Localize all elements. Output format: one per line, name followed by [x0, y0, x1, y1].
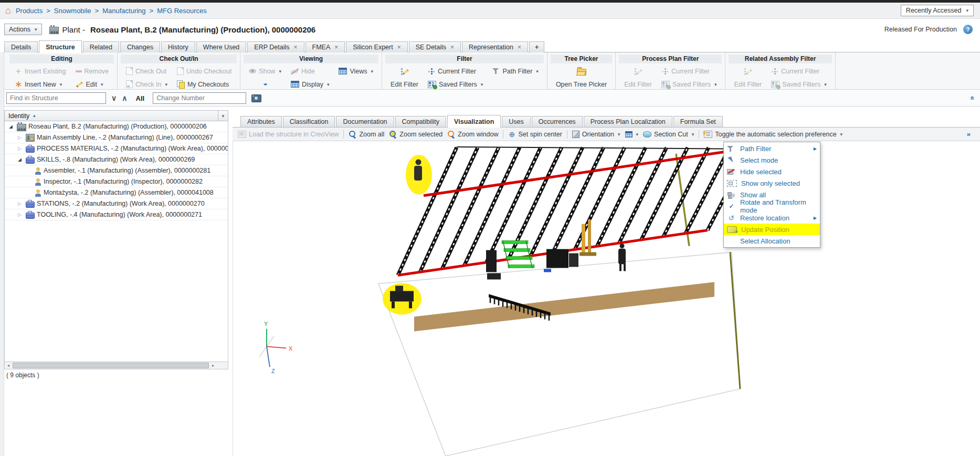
zoom-window-button[interactable]: Zoom window: [447, 130, 498, 138]
set-spin-center-button[interactable]: ⊕Set spin center: [508, 131, 562, 138]
detail-tab-classification[interactable]: Classification: [283, 116, 335, 127]
edit-button[interactable]: Edit▾: [76, 79, 109, 89]
menu-item-path-filter[interactable]: Path Filter▶: [724, 143, 820, 154]
menu-item-select-allocation[interactable]: Select Allocation: [724, 235, 820, 247]
close-icon[interactable]: ×: [334, 44, 338, 51]
zoom-selected-button[interactable]: Zoom selected: [389, 130, 442, 138]
expand-toggle-icon[interactable]: ◢: [7, 124, 15, 129]
tab-representation[interactable]: Representation×: [462, 41, 528, 52]
tab-where-used[interactable]: Where Used: [196, 41, 246, 52]
detail-tab-occurrences[interactable]: Occurrences: [532, 116, 583, 127]
tree-row-stations[interactable]: ▷STATIONS, -.2 (Manufacturing) (Work Are…: [5, 198, 228, 209]
tree-row-roseau-plant[interactable]: ◢Roseau Plant, B.2 (Manufacturing) (Prod…: [5, 121, 228, 132]
saved-filters-button[interactable]: Saved Filters▾: [428, 79, 483, 89]
expand-toggle-icon[interactable]: ▷: [16, 213, 24, 217]
open-tree-picker-button[interactable]: Open Tree Picker: [556, 79, 607, 89]
expand-toggle-icon[interactable]: ◢: [16, 157, 24, 162]
collapse-pane-icon[interactable]: »: [967, 96, 976, 100]
menu-item-show-only-selected[interactable]: Show only selected: [724, 177, 820, 189]
show-all-icon: [727, 192, 736, 198]
tab-details[interactable]: Details: [4, 41, 38, 52]
tab-history[interactable]: History: [161, 41, 195, 52]
tab-label: Visualization: [454, 118, 494, 125]
detail-tab-uses[interactable]: Uses: [502, 116, 530, 127]
toolbar-overflow-button[interactable]: »: [967, 130, 975, 138]
detail-tab-compatibility[interactable]: Compatibility: [395, 116, 447, 127]
detail-tab-documentation[interactable]: Documentation: [336, 116, 394, 127]
breadcrumb-item-manufacturing[interactable]: Manufacturing: [102, 7, 145, 15]
hsplit-button[interactable]: ◂▸: [249, 79, 281, 89]
expand-toggle-icon[interactable]: ▷: [16, 135, 24, 140]
find-previous-icon[interactable]: ∧: [122, 94, 127, 102]
folder-open-button[interactable]: [556, 66, 607, 76]
tab-fmea[interactable]: FMEA×: [305, 41, 345, 52]
my-checkouts-button[interactable]: My Checkouts: [177, 79, 231, 89]
tab-se-details[interactable]: SE Details×: [409, 41, 461, 52]
tree-row-tooling[interactable]: ▷TOOLING, -.4 (Manufacturing) (Work Area…: [5, 209, 228, 220]
orientation-button[interactable]: Orientation▾: [572, 131, 620, 138]
change-number-input[interactable]: [153, 92, 246, 104]
close-icon[interactable]: ×: [294, 44, 298, 51]
submenu-arrow-icon: ▶: [814, 146, 817, 151]
close-icon[interactable]: ×: [397, 44, 401, 51]
tab-label: History: [168, 44, 188, 51]
breadcrumb-item-snowmobile[interactable]: Snowmobile: [54, 7, 91, 15]
tree-row-skills[interactable]: ◢SKILLS, -.8 (Manufacturing) (Work Area)…: [5, 154, 228, 165]
change-report-icon[interactable]: [251, 94, 261, 102]
3d-viewport[interactable]: Y X Z: [233, 141, 980, 456]
filter-edit-button[interactable]: [391, 66, 418, 76]
detail-tab-attributes[interactable]: Attributes: [240, 116, 282, 127]
scrollbar-thumb[interactable]: [13, 363, 209, 368]
breadcrumb-item-products[interactable]: Products: [16, 7, 43, 15]
section-cut-button[interactable]: Section Cut▾: [643, 131, 694, 138]
toggle-the-automatic-selection-preference-button[interactable]: Toggle the automatic selection preferenc…: [704, 131, 842, 138]
actions-button[interactable]: Actions ▾: [4, 24, 42, 35]
tab-silicon-expert[interactable]: Silicon Expert×: [346, 41, 407, 52]
tree-row-main-assembly-line[interactable]: ▷Main Assembly Line, -.2 (Manufacturing)…: [5, 132, 228, 143]
tree-row-inspector[interactable]: Inspector, -.1 (Manufacturing) (Inspecto…: [5, 176, 228, 187]
actions-label: Actions: [9, 26, 30, 33]
views-button[interactable]: Views▾: [339, 66, 373, 76]
breadcrumb-item-mfg-resources[interactable]: MFG Resources: [157, 7, 207, 15]
current-filter-button[interactable]: Current Filter: [428, 66, 483, 76]
help-icon[interactable]: ?: [963, 25, 973, 34]
menu-item-restore-location[interactable]: ↺Restore location▶: [724, 212, 820, 224]
expand-toggle-icon[interactable]: ▷: [16, 146, 24, 151]
tree-column-header[interactable]: Identity ▲ ▾: [4, 110, 228, 121]
path-filter-button[interactable]: Path Filter▾: [492, 66, 539, 76]
find-next-icon[interactable]: ∨: [111, 94, 117, 102]
menu-item-select-mode[interactable]: Select mode: [724, 154, 820, 166]
tab-related[interactable]: Related: [83, 41, 119, 52]
detail-tab-process-plan-localization[interactable]: Process Plan Localization: [584, 116, 672, 127]
display-button[interactable]: Display▾: [291, 79, 330, 89]
scroll-right-icon[interactable]: ▸: [209, 363, 217, 368]
tab-erp-details[interactable]: ERP Details×: [247, 41, 304, 52]
menu-item-label: Select Allocation: [740, 237, 790, 245]
menu-item-rotate-and-transform-mode[interactable]: ✓Rotate and Transform mode: [724, 200, 820, 212]
zoom-all-button[interactable]: Zoom all: [349, 130, 384, 138]
tab-changes[interactable]: Changes: [120, 41, 160, 52]
find-all-button[interactable]: All: [136, 94, 145, 102]
find-in-structure-input[interactable]: [6, 92, 106, 104]
grid-button[interactable]: ▾: [625, 131, 639, 137]
recently-accessed-button[interactable]: Recently Accessed ▾: [901, 5, 974, 16]
tree-header-menu[interactable]: ▾: [218, 111, 228, 121]
add-tab-button[interactable]: +: [529, 41, 544, 52]
toolbar-separator: [343, 130, 344, 139]
scroll-left-icon[interactable]: ◂: [5, 363, 12, 368]
menu-item-update-position[interactable]: Update Position: [724, 224, 820, 235]
menu-item-hide-selected[interactable]: Hide selected: [724, 166, 820, 177]
insert-new-button[interactable]: ∗Insert New▾: [15, 79, 66, 89]
tree-horizontal-scrollbar[interactable]: ◂ ▸: [4, 362, 228, 369]
tree-row-montażysta[interactable]: Montażysta, -.2 (Manufacturing) (Assembl…: [5, 187, 228, 198]
expand-toggle-icon[interactable]: ▷: [16, 202, 24, 206]
close-icon[interactable]: ×: [518, 44, 521, 51]
tree-row-assembler[interactable]: Assembler, -.1 (Manufacturing) (Assemble…: [5, 165, 228, 176]
tree-row-process-materials[interactable]: ▷PROCESS MATERIALS, -.2 (Manufacturing) …: [5, 143, 228, 154]
edit-filter-button[interactable]: Edit Filter: [391, 79, 418, 89]
home-icon[interactable]: ⌂: [5, 7, 11, 14]
detail-tab-visualization[interactable]: Visualization: [447, 115, 501, 128]
detail-tab-formula-set[interactable]: Formula Set: [673, 116, 723, 127]
close-icon[interactable]: ×: [450, 44, 454, 51]
tab-structure[interactable]: Structure: [39, 40, 82, 53]
